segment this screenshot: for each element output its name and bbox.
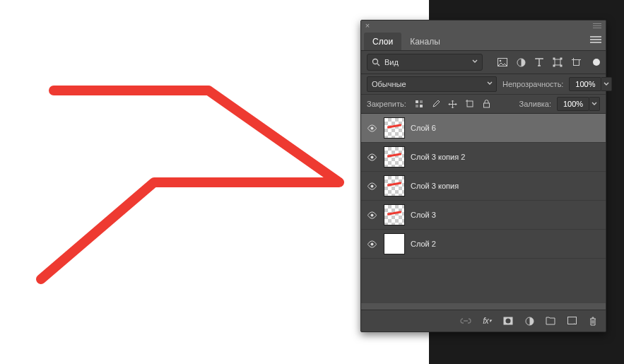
layer-thumbnail[interactable] (384, 233, 405, 254)
svg-rect-15 (420, 100, 423, 103)
svg-rect-8 (553, 65, 555, 67)
lock-artboard-icon[interactable] (464, 98, 476, 110)
opacity-stepper[interactable] (601, 77, 612, 91)
lock-label: Закрепить: (367, 100, 406, 108)
layer-thumbnail[interactable] (384, 204, 405, 225)
layer-row[interactable]: Слой 3 копия 2 (361, 143, 606, 172)
filter-type-label: Вид (384, 58, 399, 66)
blend-mode-select[interactable]: Обычные (367, 76, 497, 92)
type-icon[interactable] (534, 57, 545, 68)
visibility-eye-icon[interactable] (365, 237, 378, 250)
layers-bottom-bar: fx▾ (361, 310, 606, 331)
close-icon[interactable]: × (364, 22, 371, 29)
chevron-down-icon (487, 81, 493, 86)
panel-menu-icon[interactable] (590, 36, 601, 45)
chevron-down-icon (472, 59, 478, 64)
svg-point-0 (373, 59, 378, 64)
layers-panel: × Слои Каналы Вид Обычные (360, 20, 606, 332)
trash-icon[interactable] (587, 315, 599, 327)
svg-point-22 (370, 127, 373, 129)
layer-name-label[interactable]: Слой 3 (411, 211, 436, 219)
svg-rect-9 (560, 65, 563, 67)
layer-thumbnail[interactable] (384, 117, 405, 139)
tab-layers[interactable]: Слои (364, 33, 401, 50)
panel-grip-icon[interactable] (593, 23, 601, 29)
layer-name-label[interactable]: Слой 6 (411, 124, 436, 132)
image-icon[interactable] (497, 57, 508, 68)
svg-rect-17 (420, 105, 423, 107)
svg-point-3 (500, 60, 502, 62)
layer-row[interactable]: Слой 3 копия (361, 172, 606, 201)
tab-channels[interactable]: Каналы (401, 33, 449, 50)
svg-point-24 (370, 184, 373, 187)
fill-stepper[interactable] (589, 97, 600, 111)
fx-icon[interactable]: fx▾ (481, 315, 493, 327)
svg-rect-6 (553, 58, 555, 60)
artboard-icon[interactable] (570, 57, 582, 68)
layer-name-label[interactable]: Слой 3 копия (411, 182, 459, 190)
link-icon[interactable] (460, 315, 471, 327)
svg-point-23 (370, 155, 373, 158)
layers-list[interactable]: Слой 6Слой 3 копия 2Слой 3 копияСлой 3Сл… (361, 114, 606, 303)
group-icon[interactable] (545, 315, 556, 327)
transform-icon[interactable] (552, 57, 563, 68)
svg-rect-16 (416, 105, 418, 107)
svg-point-26 (370, 242, 373, 245)
fill-input[interactable]: 100% (557, 97, 589, 111)
svg-point-25 (370, 213, 373, 216)
lock-pixels-icon[interactable] (413, 98, 425, 110)
layer-row[interactable]: Слой 6 (361, 114, 606, 143)
svg-rect-10 (573, 59, 579, 65)
svg-rect-30 (567, 317, 576, 324)
svg-point-28 (506, 319, 511, 324)
layer-row[interactable]: Слой 3 (361, 201, 606, 230)
layer-thumbnail[interactable] (384, 175, 405, 196)
filter-type-select[interactable]: Вид (367, 54, 483, 71)
adjustment-layer-icon[interactable] (524, 315, 535, 327)
layer-filter-row: Вид (361, 51, 606, 74)
search-icon (372, 58, 380, 66)
lock-move-icon[interactable] (447, 98, 459, 110)
svg-line-1 (377, 64, 379, 66)
opacity-input[interactable]: 100% (569, 77, 601, 91)
filter-toggle-icon[interactable] (593, 59, 600, 66)
layer-name-label[interactable]: Слой 2 (411, 240, 436, 248)
blend-row: Обычные Непрозрачность: 100% (361, 74, 606, 95)
visibility-eye-icon[interactable] (365, 180, 378, 192)
lock-all-icon[interactable] (481, 98, 493, 110)
svg-rect-21 (484, 103, 490, 107)
blend-mode-label: Обычные (372, 80, 406, 88)
lock-row: Закрепить: Заливка: 100% (361, 95, 606, 114)
svg-rect-7 (560, 58, 563, 60)
visibility-eye-icon[interactable] (365, 209, 378, 221)
panel-titlebar[interactable]: × (361, 20, 606, 32)
fill-label: Заливка: (519, 100, 551, 108)
svg-rect-5 (555, 59, 560, 65)
layer-row[interactable]: Слой 2 (361, 230, 606, 259)
opacity-label: Непрозрачность: (502, 80, 563, 88)
visibility-eye-icon[interactable] (365, 122, 378, 134)
layer-name-label[interactable]: Слой 3 копия 2 (411, 153, 465, 161)
panel-tabs: Слои Каналы (361, 32, 606, 51)
mask-icon[interactable] (502, 315, 514, 327)
lock-brush-icon[interactable] (430, 98, 442, 110)
layer-thumbnail[interactable] (384, 146, 405, 168)
adjustments-icon[interactable] (515, 57, 526, 68)
svg-rect-18 (467, 101, 473, 107)
new-layer-icon[interactable] (566, 315, 577, 327)
svg-rect-14 (416, 100, 418, 103)
visibility-eye-icon[interactable] (365, 151, 378, 163)
